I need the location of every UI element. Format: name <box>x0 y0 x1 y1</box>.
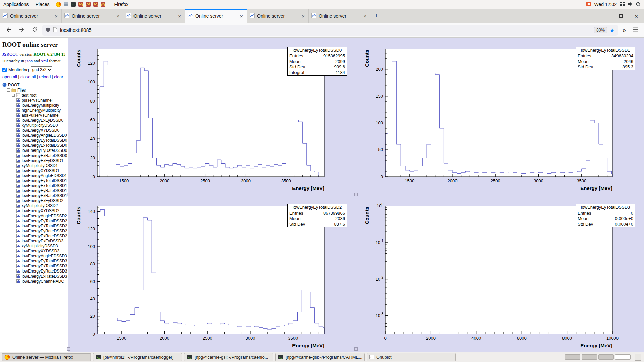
url-text[interactable]: localhost:8085 <box>60 27 591 33</box>
splitter-handle[interactable] <box>67 193 70 196</box>
plot-panel-1[interactable]: 15002000250030003500050100150200CountsEn… <box>356 38 644 195</box>
firefox-icon[interactable] <box>56 2 61 7</box>
tree-item-lowEnergyAngleEDSSD0[interactable]: lowEnergyAngleEDSSD0 <box>2 133 65 138</box>
reload-button[interactable] <box>30 25 39 35</box>
tab-close-icon[interactable]: × <box>115 13 120 19</box>
tree-item-lowEnergyEyRateDSSD1[interactable]: lowEnergyEyRateDSSD1 <box>2 188 65 193</box>
plot-panel-2[interactable]: 15002000250030003500020406080100120140Co… <box>68 195 356 352</box>
tree-item-lowEnergyXYDSSD3[interactable]: lowEnergyXYDSSD3 <box>2 248 65 253</box>
jsroot-link[interactable]: JSROOT <box>2 52 18 57</box>
taskbar-window-firefox[interactable]: Online server — Mozilla Firefox <box>2 353 91 361</box>
reload-link[interactable]: reload <box>39 75 51 79</box>
workspace-4[interactable] <box>615 354 631 360</box>
tree-item-lowEnergyExTotalDSSD0[interactable]: lowEnergyExTotalDSSD0 <box>2 143 65 148</box>
tree-item-lowEnergyXYDSSD0[interactable]: lowEnergyXYDSSD0 <box>2 128 65 133</box>
tree-item-lowEnergyEyRateDSSD0[interactable]: lowEnergyEyRateDSSD0 <box>2 148 65 153</box>
tree-node-testroot[interactable]: test.root <box>2 93 65 98</box>
tree-item-lowEnergyEyRateDSSD3[interactable]: lowEnergyEyRateDSSD3 <box>2 268 65 274</box>
workspace-2[interactable] <box>582 354 597 360</box>
tree-item-lowEnergyMultiplicity[interactable]: lowEnergyMultiplicity <box>2 103 65 108</box>
tree-item-lowEnergyEyTotalDSSD2[interactable]: lowEnergyEyTotalDSSD2 <box>2 218 65 223</box>
redapp-icon[interactable] <box>100 2 106 7</box>
tree-node-root[interactable]: ROOT <box>2 82 65 87</box>
tree-item-lowEnergyExEyDSSD3[interactable]: lowEnergyExEyDSSD3 <box>2 238 65 243</box>
stats-box-lowEnergyEyTotalDSSD3[interactable]: lowEnergyEyTotalDSSD3Entries0Mean0.000e+… <box>576 204 635 228</box>
tree-item-lowEnergyExRateDSSD1[interactable]: lowEnergyExRateDSSD1 <box>2 193 65 198</box>
xml-link[interactable]: xml <box>41 58 48 63</box>
tree-item-lowEnergyExRateDSSD0[interactable]: lowEnergyExRateDSSD0 <box>2 153 65 158</box>
tree-item-pulserVsChannel[interactable]: pulserVsChannel <box>2 98 65 103</box>
apps-icon[interactable] <box>620 1 625 8</box>
tree-item-highEnergyMultiplicity[interactable]: highEnergyMultiplicity <box>2 108 65 113</box>
tab-1[interactable]: Online server× <box>0 9 62 23</box>
applications-menu[interactable]: Applications <box>0 0 32 9</box>
tree-item-xyMultiplicityDSSD3[interactable]: xyMultiplicityDSSD3 <box>2 243 65 248</box>
taskbar-window-terminal[interactable]: >_[npg@carme-gsi:~/Programs/CARME... <box>275 353 365 361</box>
tree-item-lowEnergyXYDSSD1[interactable]: lowEnergyXYDSSD1 <box>2 168 65 173</box>
tree-item-lowEnergyExTotalDSSD3[interactable]: lowEnergyExTotalDSSD3 <box>2 263 65 268</box>
splitter-handle[interactable] <box>354 347 358 351</box>
tree-item-lowEnergyExRateDSSD3[interactable]: lowEnergyExRateDSSD3 <box>2 274 65 279</box>
clock[interactable]: Wed 12:02 <box>594 2 617 7</box>
tree-item-lowEnergyEyTotalDSSD0[interactable]: lowEnergyEyTotalDSSD0 <box>2 138 65 143</box>
tab-close-icon[interactable]: × <box>301 13 306 19</box>
tab-close-icon[interactable]: × <box>177 13 182 19</box>
splitter-handle[interactable] <box>67 347 70 351</box>
tree-item-lowEnergyExTotalDSSD2[interactable]: lowEnergyExTotalDSSD2 <box>2 223 65 228</box>
redapp-icon[interactable] <box>86 2 91 7</box>
stats-box-lowEnergyEyTotalDSSD2[interactable]: lowEnergyEyTotalDSSD2Entries867399866Mea… <box>287 204 347 228</box>
tree-item-lowEnergyExEyDSSD2[interactable]: lowEnergyExEyDSSD2 <box>2 198 65 203</box>
plot-panel-0[interactable]: 15002000250030003500020406080100120Count… <box>68 38 356 195</box>
stats-box-lowEnergyEyTotalDSSD1[interactable]: lowEnergyEyTotalDSSD1Entries349630294Mea… <box>576 47 635 70</box>
open-all-link[interactable]: open all <box>2 75 17 79</box>
close-all-link[interactable]: close all <box>20 75 36 79</box>
workspace-3[interactable] <box>598 354 614 360</box>
taskbar-window-terminal[interactable]: >_[npg@carme-gsi:~/Programs/caenlo... <box>184 353 273 361</box>
tree-item-lowEnergyExTotalDSSD1[interactable]: lowEnergyExTotalDSSD1 <box>2 183 65 188</box>
url-field[interactable]: localhost:8085 80% ★ <box>42 25 618 36</box>
json-link[interactable]: json <box>25 58 33 63</box>
clear-link[interactable]: clear <box>54 75 63 79</box>
volume-icon[interactable] <box>628 1 633 8</box>
tree-item-lowEnergyExEyDSSD0[interactable]: lowEnergyExEyDSSD0 <box>2 118 65 123</box>
redapp-icon[interactable] <box>78 2 84 7</box>
tree-item-xyMultiplicityDSSD0[interactable]: xyMultiplicityDSSD0 <box>2 123 65 128</box>
bookmark-star-icon[interactable]: ★ <box>610 27 614 34</box>
tab-close-icon[interactable]: × <box>239 13 244 19</box>
tree-item-lowEnergyExEyDSSD1[interactable]: lowEnergyExEyDSSD1 <box>2 158 65 163</box>
files-icon[interactable] <box>63 2 69 7</box>
tree-item-xyMultiplicityDSSD2[interactable]: xyMultiplicityDSSD2 <box>2 203 65 208</box>
tree-item-lowEnergyAngleEDSSD3[interactable]: lowEnergyAngleEDSSD3 <box>2 253 65 258</box>
tree-item-lowEnergyExRateDSSD2[interactable]: lowEnergyExRateDSSD2 <box>2 233 65 238</box>
back-button[interactable] <box>4 25 14 35</box>
taskbar-window-terminal[interactable]: >_[pi@nnrpi1: ~/Programs/caenlogger] <box>93 353 182 361</box>
app-menu-button[interactable] <box>630 25 640 35</box>
minimize-button[interactable] <box>598 9 613 23</box>
show-desktop-button[interactable] <box>635 354 641 361</box>
tree-item-lowEnergyEyRateDSSD2[interactable]: lowEnergyEyRateDSSD2 <box>2 228 65 233</box>
tree-item-lowEnergyXYDSSD2[interactable]: lowEnergyXYDSSD2 <box>2 208 65 213</box>
plot-panel-3[interactable]: 020004000600080001000010010-110-210-3Cou… <box>356 195 644 352</box>
places-menu[interactable]: Places <box>32 0 53 9</box>
tree-item-lowEnergyEyTotalDSSD1[interactable]: lowEnergyEyTotalDSSD1 <box>2 178 65 183</box>
tab-close-icon[interactable]: × <box>54 13 59 19</box>
tree-item-lowEnergyEyTotalDSSD3[interactable]: lowEnergyEyTotalDSSD3 <box>2 258 65 263</box>
redapp-icon[interactable] <box>93 2 98 7</box>
taskbar-window-gnuplot[interactable]: Gnuplot <box>367 353 456 361</box>
tab-close-icon[interactable]: × <box>362 13 367 19</box>
overflow-menu-button[interactable]: » <box>621 26 627 34</box>
workspace-1[interactable] <box>565 354 580 360</box>
tab-2[interactable]: Online server× <box>62 9 123 23</box>
tree-node-files[interactable]: Files <box>2 87 65 93</box>
layout-select[interactable]: grid 2x2 <box>31 66 52 73</box>
tree-item-lowEnergyAngleEDSSD1[interactable]: lowEnergyAngleEDSSD1 <box>2 173 65 178</box>
shield-icon[interactable] <box>46 27 50 33</box>
tree-item-xyMultiplicityDSSD1[interactable]: xyMultiplicityDSSD1 <box>2 163 65 168</box>
zoom-indicator[interactable]: 80% <box>594 27 607 33</box>
tab-3[interactable]: Online server× <box>123 9 185 23</box>
tab-5[interactable]: Online server× <box>247 9 309 23</box>
terminal-icon[interactable]: >_ <box>71 2 76 7</box>
notification-icon[interactable] <box>586 1 591 8</box>
page-info-icon[interactable] <box>53 27 57 33</box>
maximize-button[interactable] <box>613 9 629 23</box>
